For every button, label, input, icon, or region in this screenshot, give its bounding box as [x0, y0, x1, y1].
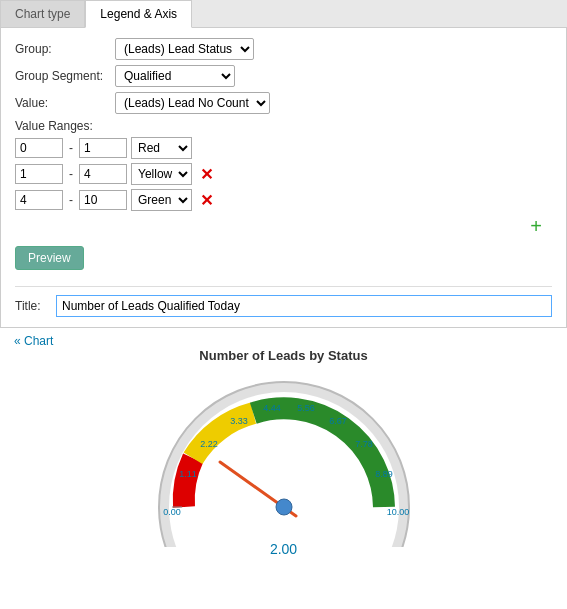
- range-from-0[interactable]: [15, 138, 63, 158]
- add-range-button[interactable]: +: [530, 215, 542, 238]
- svg-text:0.00: 0.00: [163, 507, 181, 517]
- ranges-container: - Red Yellow Green - Red Yellow Green ✕ …: [15, 137, 552, 211]
- svg-text:10.00: 10.00: [386, 507, 409, 517]
- svg-text:5.56: 5.56: [297, 403, 315, 413]
- value-ranges-label: Value Ranges:: [15, 119, 552, 133]
- range-from-1[interactable]: [15, 164, 63, 184]
- svg-text:6.67: 6.67: [329, 416, 347, 426]
- title-label: Title:: [15, 299, 50, 313]
- gauge-container: 0.00 1.11 2.22 3.33 4.44 5.56 6.67 7.78 …: [14, 367, 553, 547]
- tab-chart-type[interactable]: Chart type: [0, 0, 85, 27]
- range-to-2[interactable]: [79, 190, 127, 210]
- add-range-container: +: [15, 215, 552, 238]
- range-dash-1: -: [69, 167, 73, 181]
- gauge-svg: 0.00 1.11 2.22 3.33 4.44 5.56 6.67 7.78 …: [144, 367, 424, 547]
- svg-text:1.11: 1.11: [179, 469, 197, 479]
- delete-range-2[interactable]: ✕: [200, 191, 213, 210]
- range-dash-0: -: [69, 141, 73, 155]
- range-color-2[interactable]: Red Yellow Green: [131, 189, 192, 211]
- gauge-value: 2.00: [14, 541, 553, 557]
- range-color-1[interactable]: Red Yellow Green: [131, 163, 192, 185]
- range-from-2[interactable]: [15, 190, 63, 210]
- range-row-2: - Red Yellow Green ✕: [15, 189, 552, 211]
- title-input[interactable]: [56, 295, 552, 317]
- range-to-1[interactable]: [79, 164, 127, 184]
- group-segment-label: Group Segment:: [15, 69, 115, 83]
- svg-text:3.33: 3.33: [230, 416, 248, 426]
- chart-link[interactable]: « Chart: [14, 334, 53, 348]
- range-row-1: - Red Yellow Green ✕: [15, 163, 552, 185]
- group-row: Group: (Leads) Lead Status: [15, 38, 552, 60]
- divider: [15, 286, 552, 287]
- svg-point-15: [276, 499, 292, 515]
- range-dash-2: -: [69, 193, 73, 207]
- svg-text:2.22: 2.22: [200, 439, 218, 449]
- preview-button[interactable]: Preview: [15, 246, 84, 270]
- svg-text:8.89: 8.89: [375, 469, 393, 479]
- tab-bar: Chart type Legend & Axis: [0, 0, 567, 28]
- value-row: Value: (Leads) Lead No Count: [15, 92, 552, 114]
- range-to-0[interactable]: [79, 138, 127, 158]
- group-segment-select[interactable]: Qualified: [115, 65, 235, 87]
- group-select[interactable]: (Leads) Lead Status: [115, 38, 254, 60]
- form-content: Group: (Leads) Lead Status Group Segment…: [0, 28, 567, 328]
- value-label: Value:: [15, 96, 115, 110]
- group-label: Group:: [15, 42, 115, 56]
- group-segment-row: Group Segment: Qualified: [15, 65, 552, 87]
- chart-section: « Chart Number of Leads by Status: [0, 328, 567, 563]
- range-color-0[interactable]: Red Yellow Green: [131, 137, 192, 159]
- title-row: Title:: [15, 295, 552, 317]
- svg-text:4.44: 4.44: [263, 403, 281, 413]
- delete-range-1[interactable]: ✕: [200, 165, 213, 184]
- chart-title: Number of Leads by Status: [14, 348, 553, 363]
- range-row-0: - Red Yellow Green: [15, 137, 552, 159]
- tab-legend-axis[interactable]: Legend & Axis: [85, 0, 192, 28]
- value-select[interactable]: (Leads) Lead No Count: [115, 92, 270, 114]
- svg-text:7.78: 7.78: [355, 439, 373, 449]
